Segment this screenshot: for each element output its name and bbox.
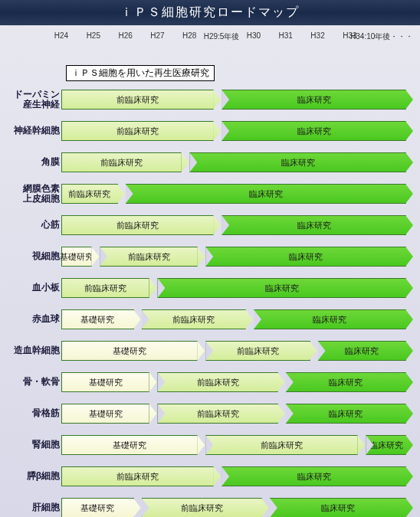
phase-bar: 基礎研究 [61, 404, 149, 424]
row-bars: 前臨床研究臨床研究 [61, 278, 414, 298]
x-tick-label: H34:10年後・・・ [350, 31, 413, 42]
row-label: 視細胞 [0, 251, 60, 261]
row-bars: 前臨床研究臨床研究 [61, 152, 414, 172]
row-label: 造血幹細胞 [0, 345, 60, 355]
phase-bar: 臨床研究 [286, 404, 406, 424]
row-bars: 基礎研究前臨床研究臨床研究 [61, 372, 414, 392]
phase-bar: 臨床研究 [254, 309, 406, 329]
phase-bar: 前臨床研究 [61, 152, 182, 172]
subtitle-text: ｉＰＳ細胞を用いた再生医療研究 [71, 67, 209, 78]
chart-row: 視細胞基礎研究前臨床研究臨床研究 [0, 242, 414, 271]
phase-bar: 前臨床研究 [61, 90, 214, 110]
phase-bar: 前臨床研究 [61, 278, 149, 298]
chart-row: 心筋前臨床研究臨床研究 [0, 211, 414, 240]
row-label: 骨・軟骨 [0, 377, 60, 387]
phase-bar: 前臨床研究 [205, 435, 358, 455]
phase-bar: 基礎研究 [61, 372, 149, 392]
x-tick-label: H24 [54, 31, 68, 40]
phase-bar: 臨床研究 [221, 466, 406, 486]
phase-bar: 前臨床研究 [100, 247, 198, 267]
row-label: 網膜色素 上皮細胞 [0, 184, 60, 204]
chart-row: 肝細胞基礎研究前臨床研究臨床研究 [0, 493, 414, 517]
row-bars: 基礎研究前臨床研究臨床研究 [61, 341, 414, 361]
row-bars: 基礎研究前臨床研究臨床研究 [61, 309, 414, 329]
rows-container: ドーパミン 産生神経前臨床研究臨床研究神経幹細胞前臨床研究臨床研究角膜前臨床研究… [0, 85, 414, 517]
row-bars: 前臨床研究臨床研究 [61, 466, 414, 486]
phase-bar: 臨床研究 [189, 152, 406, 172]
row-bars: 前臨床研究臨床研究 [61, 215, 414, 235]
phase-bar: 臨床研究 [318, 341, 406, 361]
chart-row: 角膜前臨床研究臨床研究 [0, 148, 414, 177]
roadmap-container: ｉＰＳ細胞研究ロードマップ H24H25H26H27H28H29:5年後H30H… [0, 0, 420, 517]
title-bar: ｉＰＳ細胞研究ロードマップ [0, 0, 420, 25]
row-label: 膵β細胞 [0, 471, 60, 481]
x-tick-label: H26 [118, 31, 132, 40]
x-tick-label: H25 [87, 31, 100, 40]
chart-row: 神経幹細胞前臨床研究臨床研究 [0, 116, 414, 146]
row-label: 骨格筋 [0, 408, 60, 418]
phase-bar: 前臨床研究 [157, 404, 277, 424]
row-bars: 基礎研究前臨床研究臨床研究 [61, 247, 414, 267]
title-text: ｉＰＳ細胞研究ロードマップ [120, 5, 300, 18]
row-label: 肝細胞 [0, 502, 60, 512]
x-tick-label: H31 [279, 31, 293, 40]
chart-row: 血小板前臨床研究臨床研究 [0, 273, 414, 303]
phase-bar: 前臨床研究 [61, 121, 214, 141]
x-axis: H24H25H26H27H28H29:5年後H30H31H32H33H34:10… [61, 31, 414, 47]
row-bars: 前臨床研究臨床研究 [61, 90, 414, 110]
chart-area: H24H25H26H27H28H29:5年後H30H31H32H33H34:10… [0, 25, 420, 53]
phase-bar: 前臨床研究 [61, 184, 118, 204]
row-label: 腎細胞 [0, 440, 60, 450]
phase-bar: 基礎研究 [61, 498, 134, 517]
phase-bar: 前臨床研究 [142, 309, 246, 329]
phase-bar: 基礎研究 [61, 341, 198, 361]
x-tick-label: H27 [150, 31, 164, 40]
row-bars: 前臨床研究臨床研究 [61, 184, 414, 204]
chart-row: 骨格筋基礎研究前臨床研究臨床研究 [0, 399, 414, 428]
phase-bar: 臨床研究 [205, 247, 406, 267]
x-tick-label: H28 [182, 31, 196, 40]
phase-bar: 前臨床研究 [61, 215, 214, 235]
chart-row: ドーパミン 産生神経前臨床研究臨床研究 [0, 85, 414, 114]
row-label: 赤血球 [0, 314, 60, 324]
phase-bar: 臨床研究 [157, 278, 406, 298]
row-label: 神経幹細胞 [0, 126, 60, 136]
chart-row: 赤血球基礎研究前臨床研究臨床研究 [0, 305, 414, 334]
row-label: 血小板 [0, 283, 60, 293]
subtitle-box: ｉＰＳ細胞を用いた再生医療研究 [66, 65, 215, 81]
chart-row: 網膜色素 上皮細胞前臨床研究臨床研究 [0, 179, 414, 208]
phase-bar: 前臨床研究 [61, 466, 214, 486]
phase-bar: 前臨床研究 [205, 341, 310, 361]
phase-bar: 前臨床研究 [142, 498, 262, 517]
phase-bar: 基礎研究 [61, 247, 92, 267]
row-label: ドーパミン 産生神経 [0, 90, 60, 110]
phase-bar: 臨床研究 [221, 215, 406, 235]
phase-bar: 基礎研究 [61, 309, 134, 329]
phase-bar: 臨床研究 [366, 435, 406, 455]
chart-row: 骨・軟骨基礎研究前臨床研究臨床研究 [0, 368, 414, 397]
x-tick-label: H29:5年後 [204, 31, 240, 42]
phase-bar: 臨床研究 [286, 372, 406, 392]
row-bars: 基礎研究前臨床研究臨床研究 [61, 435, 414, 455]
phase-bar: 臨床研究 [126, 184, 406, 204]
row-bars: 前臨床研究臨床研究 [61, 121, 414, 141]
x-tick-label: H32 [310, 31, 324, 40]
phase-bar: 基礎研究 [61, 435, 198, 455]
chart-row: 膵β細胞前臨床研究臨床研究 [0, 462, 414, 491]
row-bars: 基礎研究前臨床研究臨床研究 [61, 498, 414, 517]
phase-bar: 臨床研究 [270, 498, 406, 517]
row-bars: 基礎研究前臨床研究臨床研究 [61, 404, 414, 424]
x-tick-label: H30 [247, 31, 261, 40]
phase-bar: 臨床研究 [221, 90, 406, 110]
row-label: 心筋 [0, 220, 60, 230]
row-label: 角膜 [0, 157, 60, 167]
phase-bar: 前臨床研究 [157, 372, 277, 392]
chart-row: 造血幹細胞基礎研究前臨床研究臨床研究 [0, 336, 414, 365]
phase-bar: 臨床研究 [221, 121, 406, 141]
chart-row: 腎細胞基礎研究前臨床研究臨床研究 [0, 430, 414, 460]
